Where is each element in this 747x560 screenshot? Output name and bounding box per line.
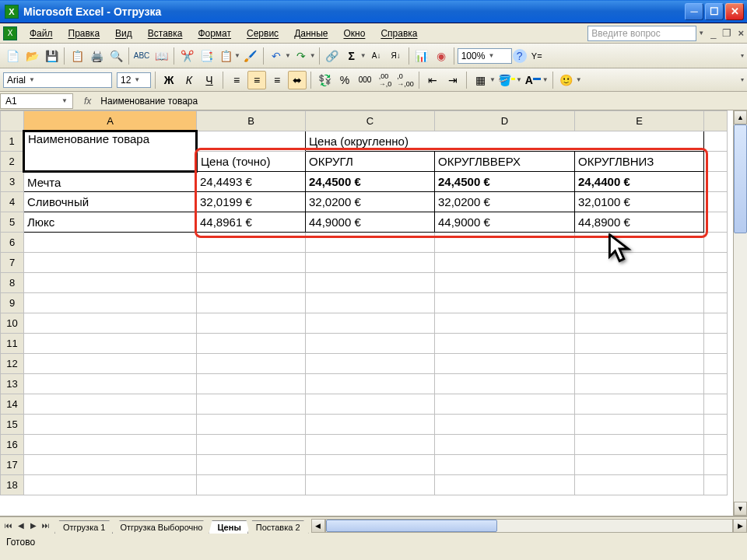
cell[interactable] (306, 415, 435, 435)
col-header-C[interactable]: C (306, 111, 435, 131)
menu-format[interactable]: Формат (190, 25, 239, 42)
cell[interactable] (306, 313, 435, 334)
cell-D3[interactable]: 24,4500 € (435, 172, 575, 192)
cell[interactable] (704, 273, 728, 293)
cell[interactable] (24, 415, 197, 435)
formula-input[interactable]: Наименование товара (97, 96, 747, 107)
sheet-tab-otgruzka-1[interactable]: Отгрузка 1 (54, 520, 114, 534)
cell[interactable] (435, 374, 575, 394)
drawing-icon[interactable]: ◉ (432, 47, 451, 65)
cell[interactable] (306, 253, 435, 273)
tab-nav-last-icon[interactable]: ⏭ (40, 521, 51, 530)
cell[interactable] (306, 435, 435, 455)
merge-center-icon[interactable]: ⬌ (288, 71, 307, 89)
sheet-tab-supply-2[interactable]: Поставка 2 (247, 520, 309, 534)
vertical-scrollbar[interactable]: ▲ ▼ (733, 110, 747, 516)
cell[interactable] (435, 435, 575, 455)
cell-C1-E1[interactable]: Цена (округленно) (306, 131, 704, 152)
cell[interactable] (197, 313, 306, 334)
cell[interactable] (575, 334, 704, 354)
cell[interactable] (197, 233, 306, 253)
menu-insert[interactable]: Вставка (140, 25, 191, 42)
cell[interactable] (197, 415, 306, 435)
scroll-thumb[interactable] (734, 124, 747, 233)
cell[interactable] (435, 293, 575, 313)
cell[interactable] (435, 455, 575, 475)
cell[interactable] (306, 475, 435, 495)
sheet-tab-otgruzka-selective[interactable]: Отгрузка Выборочно (112, 520, 212, 534)
cell[interactable] (197, 253, 306, 273)
cell[interactable] (306, 273, 435, 293)
cell-B3[interactable]: 24,4493 € (197, 172, 306, 192)
hyperlink-icon[interactable]: 🔗 (323, 47, 342, 65)
cell[interactable] (704, 455, 728, 475)
bold-button[interactable]: Ж (160, 71, 178, 89)
cell-D5[interactable]: 44,9000 € (435, 212, 575, 233)
percent-icon[interactable]: % (335, 71, 354, 89)
decrease-indent-icon[interactable]: ⇤ (423, 71, 442, 89)
cell[interactable] (306, 455, 435, 475)
fill-color-icon[interactable]: 🪣 (497, 71, 516, 89)
cell-A3[interactable]: Мечта (24, 172, 197, 192)
cell[interactable] (197, 273, 306, 293)
cell[interactable] (24, 455, 197, 475)
cell[interactable] (575, 253, 704, 273)
align-left-icon[interactable]: ≡ (227, 71, 246, 89)
row-header-5[interactable]: 5 (1, 212, 24, 233)
copy-icon[interactable]: 📑 (197, 47, 216, 65)
cell[interactable] (24, 374, 197, 394)
row-header-8[interactable]: 8 (1, 273, 24, 293)
new-file-icon[interactable]: 📄 (3, 47, 22, 65)
row-header-9[interactable]: 9 (1, 293, 24, 313)
zoom-combo[interactable]: 100%▼ (458, 48, 512, 64)
undo-dropdown-icon[interactable]: ▼ (285, 52, 291, 59)
cell[interactable] (575, 374, 704, 394)
borders-dropdown-icon[interactable]: ▼ (489, 76, 496, 83)
fillcolor-dropdown-icon[interactable]: ▼ (516, 76, 522, 83)
select-all-corner[interactable] (1, 111, 24, 131)
horizontal-scrollbar[interactable]: ◀ ▶ (311, 517, 747, 534)
cell[interactable] (575, 455, 704, 475)
row-header-11[interactable]: 11 (1, 334, 24, 354)
worksheet-grid[interactable]: A B C D E 1 Наименование товара Цена (ок… (0, 110, 733, 516)
help-icon[interactable]: ? (513, 49, 527, 63)
scroll-up-icon[interactable]: ▲ (734, 110, 747, 124)
autosum-dropdown-icon[interactable]: ▼ (360, 52, 366, 59)
print-icon[interactable]: 🖨️ (87, 47, 106, 65)
menu-window[interactable]: Окно (335, 25, 373, 42)
cell[interactable] (435, 394, 575, 415)
cell[interactable] (575, 394, 704, 415)
cell-A4[interactable]: Сливочный (24, 192, 197, 212)
row-header-16[interactable]: 16 (1, 435, 24, 455)
cell-B4[interactable]: 32,0199 € (197, 192, 306, 212)
doc-minimize-button[interactable]: _ (710, 27, 716, 39)
cell[interactable] (575, 354, 704, 374)
cell-B1[interactable] (197, 131, 306, 152)
align-right-icon[interactable]: ≡ (268, 71, 286, 89)
paste-icon[interactable]: 📋 (216, 47, 235, 65)
fontcolor-dropdown-icon[interactable]: ▼ (542, 76, 549, 83)
cell[interactable] (575, 233, 704, 253)
row-header-17[interactable]: 17 (1, 455, 24, 475)
row-header-12[interactable]: 12 (1, 354, 24, 374)
cell[interactable] (306, 394, 435, 415)
cell-E2[interactable]: ОКРУГЛВНИЗ (575, 152, 704, 172)
cell[interactable] (704, 475, 728, 495)
row-header-13[interactable]: 13 (1, 374, 24, 394)
permission-icon[interactable]: 📋 (68, 47, 86, 65)
open-file-icon[interactable]: 📂 (23, 47, 41, 65)
cell-C4[interactable]: 32,0200 € (306, 192, 435, 212)
name-box[interactable]: A1▼ (0, 93, 73, 109)
window-close-button[interactable]: ✕ (725, 3, 744, 20)
window-maximize-button[interactable]: ☐ (705, 3, 724, 20)
cell[interactable] (575, 475, 704, 495)
fontsize-combo[interactable]: 12▼ (117, 72, 151, 88)
print-preview-icon[interactable]: 🔍 (107, 47, 125, 65)
col-header-B[interactable]: B (197, 111, 306, 131)
cell-B2[interactable]: Цена (точно) (197, 152, 306, 172)
cell-A1[interactable]: Наименование товара (24, 131, 197, 172)
sort-desc-icon[interactable]: Я↓ (387, 47, 405, 65)
row-header-6[interactable]: 6 (1, 233, 24, 253)
align-center-icon[interactable]: ≡ (247, 71, 266, 89)
fx-icon[interactable]: fx (84, 96, 91, 107)
